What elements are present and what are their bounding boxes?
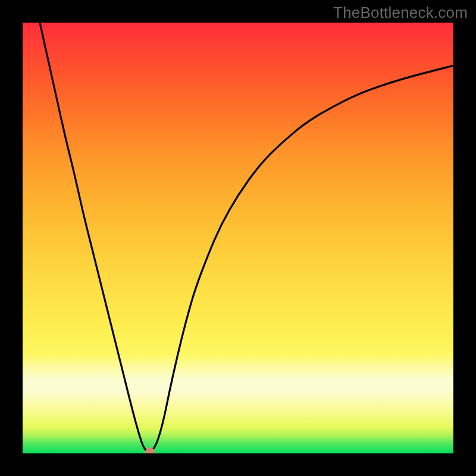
- plot-area: [23, 23, 453, 453]
- optimum-marker-dot: [145, 447, 155, 453]
- chart-frame: TheBottleneck.com: [0, 0, 476, 476]
- watermark-text: TheBottleneck.com: [333, 4, 468, 22]
- bottleneck-curve: [23, 23, 453, 453]
